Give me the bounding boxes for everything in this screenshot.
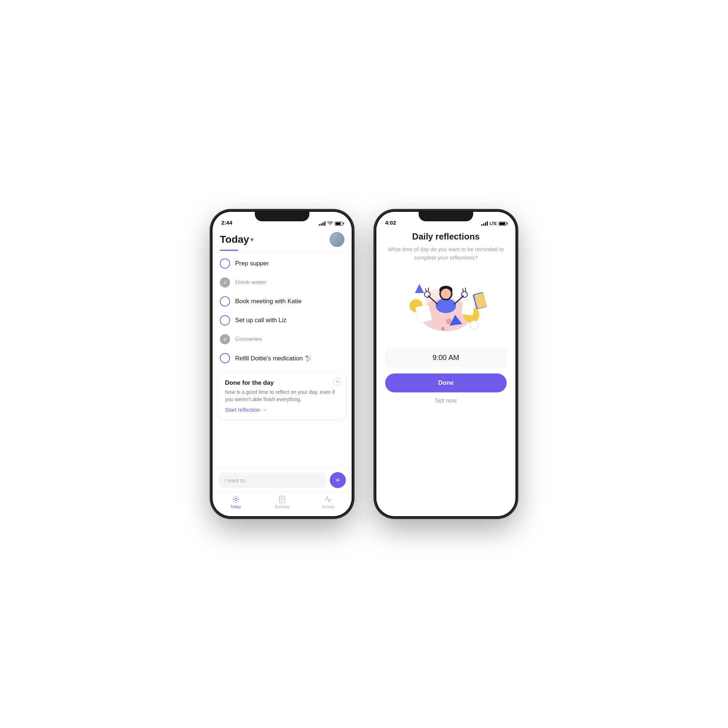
task-item[interactable]: Book meeting with Katie [213, 292, 352, 311]
status-icons-1 [319, 221, 343, 226]
svg-line-8 [238, 497, 239, 498]
activity-nav-label: Activity [322, 505, 335, 509]
task-text-2: Drink water [235, 279, 266, 286]
activity-nav-icon [324, 495, 333, 504]
signal-icon [319, 221, 326, 226]
svg-point-29 [441, 289, 451, 299]
screen-content-1: Today ▾ Prep supper [213, 228, 352, 516]
task-list: Prep supper Drink water Book meeting wit… [213, 251, 352, 468]
task-checkbox-6[interactable] [220, 353, 230, 363]
illustration-svg [395, 268, 497, 340]
svg-line-36 [463, 289, 463, 292]
svg-rect-23 [461, 300, 475, 316]
svg-line-7 [233, 501, 234, 502]
sun-icon [232, 496, 240, 503]
task-text-5: Groceries [235, 336, 262, 343]
status-time-2: 4:02 [385, 219, 396, 226]
today-nav-icon [231, 495, 240, 504]
start-reflection-link[interactable]: Start reflection → [225, 407, 267, 413]
backlog-nav-icon [278, 495, 286, 504]
nav-today[interactable]: Today [213, 495, 259, 509]
svg-point-25 [441, 327, 445, 330]
wifi-icon [327, 221, 333, 226]
backlog-nav-label: Backlog [275, 505, 289, 509]
done-card-title: Done for the day [225, 379, 339, 387]
avatar[interactable] [330, 232, 344, 247]
lte-label: LTE [489, 221, 497, 226]
input-bar: I want to... + [213, 468, 352, 492]
task-checkbox-2[interactable] [220, 277, 230, 288]
task-item[interactable]: Refill Dottie's medication 🐩 [213, 349, 352, 368]
book-icon [278, 496, 286, 503]
svg-point-26 [436, 298, 456, 313]
nav-backlog[interactable]: Backlog [259, 495, 305, 509]
reflections-screen: Daily reflections What time of day do yo… [376, 228, 515, 516]
today-header: Today ▾ [213, 228, 352, 247]
reflections-title: Daily reflections [412, 231, 479, 242]
task-item[interactable]: Drink water [213, 273, 352, 292]
time-picker[interactable]: 9:00 AM [385, 348, 507, 368]
activity-icon [324, 496, 332, 503]
add-task-button[interactable]: + [330, 472, 346, 488]
battery-icon-2 [499, 222, 507, 226]
done-button[interactable]: Done [385, 373, 507, 392]
nav-activity[interactable]: Activity [305, 495, 352, 509]
task-text-6: Refill Dottie's medication 🐩 [235, 355, 312, 362]
screen-content-2: Daily reflections What time of day do yo… [376, 228, 515, 516]
task-item[interactable]: Set up call with Liz [213, 311, 352, 330]
phone-1: 2:44 [211, 210, 353, 518]
svg-point-24 [470, 321, 479, 329]
svg-point-35 [462, 292, 467, 297]
done-card-body: Now is a good time to reflect on your da… [225, 389, 339, 403]
svg-rect-9 [280, 496, 285, 503]
reflection-illustration [395, 268, 497, 340]
task-item[interactable]: Prep supper [213, 254, 352, 273]
svg-marker-18 [415, 284, 424, 293]
notch-2 [419, 210, 473, 221]
close-button[interactable]: ✕ [333, 378, 341, 386]
svg-line-6 [238, 501, 239, 502]
reflections-subtitle: What time of day do you want to be remin… [385, 245, 507, 262]
task-input[interactable]: I want to... [219, 473, 326, 488]
task-text-4: Set up call with Liz [235, 317, 286, 324]
dropdown-chevron[interactable]: ▾ [251, 236, 253, 243]
task-checkbox-1[interactable] [220, 258, 230, 269]
status-icons-2: LTE [481, 221, 507, 226]
svg-line-5 [233, 497, 234, 498]
task-item[interactable]: Groceries [213, 330, 352, 349]
page-title: Today ▾ [220, 234, 253, 245]
not-now-button[interactable]: Not now [435, 398, 457, 408]
scene: 2:44 [0, 0, 728, 728]
today-nav-label: Today [230, 505, 241, 509]
bottom-nav: Today Backlog [213, 492, 352, 516]
task-text-1: Prep supper [235, 260, 269, 267]
svg-point-0 [234, 498, 237, 500]
done-for-day-card: ✕ Done for the day Now is a good time to… [219, 373, 346, 419]
task-checkbox-4[interactable] [220, 315, 230, 326]
notch-1 [255, 210, 309, 221]
svg-line-32 [425, 289, 426, 292]
phone-2: 4:02 LTE Daily reflect [375, 210, 517, 518]
task-checkbox-3[interactable] [220, 296, 230, 306]
signal-icon-2 [481, 221, 488, 226]
battery-icon-1 [335, 222, 343, 226]
status-time-1: 2:44 [221, 219, 232, 226]
task-checkbox-5[interactable] [220, 334, 230, 344]
task-text-3: Book meeting with Katie [235, 298, 301, 305]
